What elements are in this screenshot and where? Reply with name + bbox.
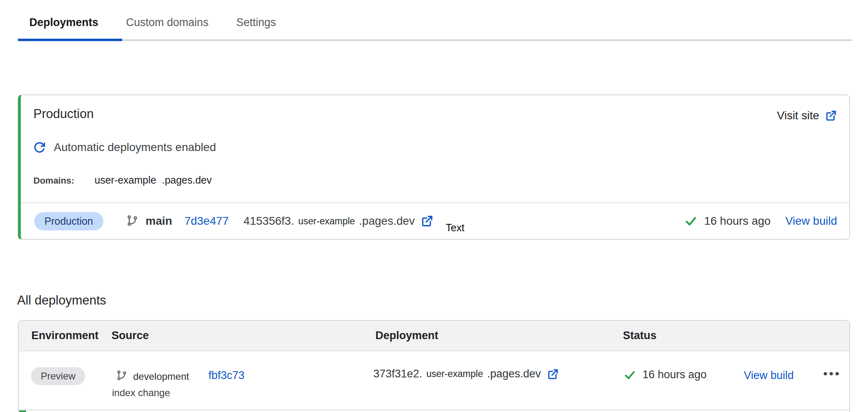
view-build-link[interactable]: View build [744, 369, 794, 382]
production-card: Production Visit site Automatic deployme… [18, 94, 850, 240]
ellipsis-menu-icon[interactable]: ••• [823, 367, 841, 381]
column-header-deployment: Deployment [375, 321, 438, 351]
commit-link[interactable]: 7d3e477 [184, 215, 229, 228]
production-deployment-row: Production main 7d3e477 415356f3. user-e… [21, 203, 849, 239]
deployment-url: 373f31e2. user-example .pages.dev [373, 368, 559, 380]
domains-row: Domains: user-example .pages.dev [33, 174, 212, 186]
deployment-suffix: .pages.dev [359, 215, 415, 228]
automatic-deployments-status: Automatic deployments enabled [33, 141, 216, 154]
branch-name: development [133, 371, 189, 382]
production-card-title: Production [33, 107, 94, 121]
check-icon [684, 215, 697, 228]
deployment-domain: user-example [426, 368, 483, 379]
visit-site-label: Visit site [777, 109, 819, 122]
view-build-link[interactable]: View build [785, 215, 837, 228]
column-header-source: Source [112, 321, 149, 351]
tab-bar: Deployments Custom domains Settings [29, 16, 276, 29]
column-header-environment: Environment [31, 321, 99, 351]
environment-badge-preview: Preview [31, 367, 85, 385]
table-header: Environment Source Deployment Status [19, 321, 849, 351]
column-header-status: Status [623, 321, 657, 351]
domain-suffix: .pages.dev [162, 174, 212, 186]
domains-label: Domains: [33, 175, 74, 186]
commit-message: index change [112, 387, 170, 399]
deployment-suffix: .pages.dev [487, 368, 541, 380]
deployment-domain: user-example [298, 216, 355, 227]
deployment-time: 16 hours ago [704, 215, 770, 228]
deployment-hash: 415356f3. [243, 215, 294, 228]
tab-settings[interactable]: Settings [236, 16, 276, 29]
table-row: Preview development fbf3c73 index change… [19, 351, 849, 410]
deployment-time: 16 hours ago [642, 368, 707, 381]
environment-badge-production: Production [34, 212, 103, 230]
row-annotation: Text [446, 222, 465, 234]
commit-link[interactable]: fbf3c73 [208, 369, 245, 382]
git-branch-icon [126, 215, 138, 227]
deployment-hash: 373f31e2. [373, 368, 422, 380]
tab-deployments[interactable]: Deployments [29, 16, 99, 29]
pages-project-page: Deployments Custom domains Settings Prod… [0, 0, 868, 412]
tab-bar-divider [18, 39, 852, 41]
automatic-deployments-text: Automatic deployments enabled [54, 141, 216, 154]
deployment-status: 16 hours ago [624, 368, 707, 381]
tab-custom-domains[interactable]: Custom domains [126, 16, 209, 29]
next-row-indicator [19, 410, 26, 412]
external-link-icon[interactable] [547, 368, 559, 380]
domain-name: user-example [94, 174, 156, 186]
check-icon [624, 369, 636, 381]
git-branch-icon [116, 370, 127, 381]
refresh-icon [33, 141, 46, 153]
active-tab-indicator [18, 39, 122, 41]
external-link-icon[interactable] [421, 215, 434, 228]
visit-site-link[interactable]: Visit site [777, 109, 837, 122]
external-link-icon [825, 110, 837, 122]
all-deployments-title: All deployments [17, 293, 106, 308]
branch-name: main [146, 215, 172, 228]
deployments-table: Environment Source Deployment Status Pre… [18, 320, 850, 412]
